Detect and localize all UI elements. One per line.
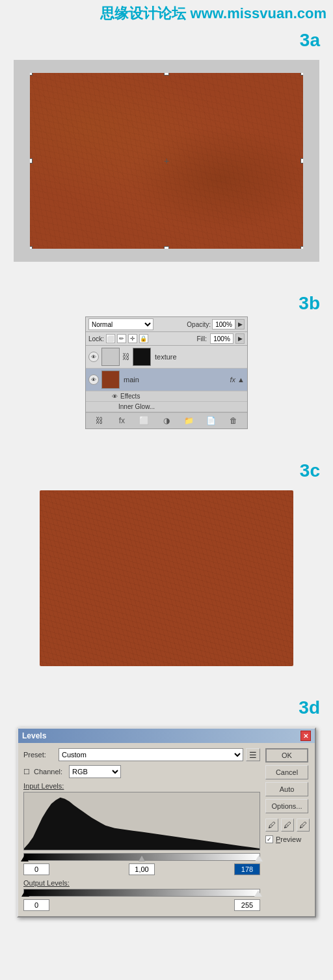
- layers-lock-bar: Lock: ⬜ ✏ ✛ 🔒 Fill: ▶: [86, 332, 247, 346]
- output-gradient-track: [23, 889, 260, 897]
- leather-section-3c: [40, 490, 293, 666]
- input-white-value[interactable]: [234, 863, 260, 875]
- layer-thumb-texture: [101, 348, 120, 366]
- levels-dialog: Levels ✕ Preset: Custom ☰ ☐ Channel:: [17, 727, 316, 917]
- handle-bl[interactable]: [30, 246, 33, 249]
- layers-section: Normal Opacity: ▶ Lock: ⬜ ✏ ✛ 🔒 Fill: ▶ …: [85, 316, 248, 429]
- eye-icon-main[interactable]: 👁: [88, 374, 99, 385]
- black-eyedropper-btn[interactable]: 🖊: [265, 819, 278, 832]
- output-values-row: [23, 899, 260, 911]
- channel-checkbox[interactable]: ☐: [23, 768, 31, 776]
- step-3d-label: 3d: [0, 692, 333, 721]
- auto-button[interactable]: Auto: [265, 782, 308, 796]
- white-eyedropper-btn[interactable]: 🖊: [297, 819, 310, 832]
- sub-effect-label: Inner Glow...: [118, 403, 155, 410]
- output-white-slider[interactable]: [254, 890, 262, 897]
- input-gradient-slider[interactable]: [23, 853, 260, 861]
- step-3a-label: 3a: [0, 25, 333, 53]
- preset-label: Preset:: [23, 751, 56, 759]
- fill-label: Fill:: [196, 335, 207, 343]
- fill-input[interactable]: [210, 333, 233, 344]
- gray-eyedropper-btn[interactable]: 🖊: [281, 819, 294, 832]
- canvas-area-3a: +: [14, 60, 319, 262]
- layer-mask-texture: [133, 348, 151, 366]
- step-3c-label: 3c: [0, 455, 333, 484]
- link-layers-btn[interactable]: ⛓: [92, 415, 107, 427]
- channel-select[interactable]: RGB: [69, 765, 121, 778]
- add-mask-btn[interactable]: ⬜: [137, 415, 152, 427]
- layer-row-texture[interactable]: 👁 ⛓ texture: [86, 346, 247, 369]
- cancel-button[interactable]: Cancel: [265, 765, 308, 779]
- preset-settings-btn[interactable]: ☰: [246, 748, 260, 761]
- preset-row: Preset: Custom ☰: [23, 748, 260, 761]
- output-black-value[interactable]: [23, 899, 49, 911]
- output-gradient-row: [23, 889, 260, 897]
- svg-marker-0: [24, 798, 260, 850]
- fill-arrow-btn[interactable]: ▶: [235, 333, 245, 344]
- input-black-value[interactable]: [23, 863, 49, 875]
- histogram-container: [23, 792, 260, 850]
- input-values-row: [23, 863, 260, 875]
- output-levels-label: Output Levels:: [23, 879, 260, 887]
- lock-icon-all[interactable]: 🔒: [139, 334, 148, 343]
- leather-cracks-3c: [40, 490, 293, 666]
- channel-row: ☐ Channel: RGB: [23, 765, 260, 778]
- preview-label: Preview: [276, 835, 301, 843]
- lock-icon-pos[interactable]: ✛: [128, 334, 137, 343]
- levels-titlebar: Levels ✕: [18, 729, 315, 743]
- levels-right: OK Cancel Auto Options... 🖊 🖊 🖊 ✓ Previe…: [265, 748, 310, 911]
- output-black-slider[interactable]: [21, 890, 29, 897]
- black-point-slider[interactable]: [21, 855, 29, 861]
- layers-mode-select[interactable]: Normal: [88, 318, 153, 330]
- levels-left: Preset: Custom ☰ ☐ Channel: RGB Input Le…: [23, 748, 260, 911]
- handle-tm[interactable]: [164, 73, 169, 76]
- layers-panel: Normal Opacity: ▶ Lock: ⬜ ✏ ✛ 🔒 Fill: ▶ …: [85, 316, 248, 429]
- effects-label: Effects: [120, 393, 140, 400]
- lock-label: Lock:: [88, 335, 104, 343]
- new-adjustment-btn[interactable]: ◑: [159, 415, 174, 427]
- layer-name-main: main: [124, 376, 139, 384]
- handle-br[interactable]: [300, 246, 303, 249]
- preview-checkbox[interactable]: ✓: [265, 835, 273, 843]
- lock-icon-draw[interactable]: ✏: [117, 334, 126, 343]
- layer-row-main[interactable]: 👁 main fx ▲: [86, 369, 247, 391]
- histogram-svg: [24, 792, 260, 850]
- input-mid-value[interactable]: [129, 863, 155, 875]
- handle-mr[interactable]: [300, 158, 303, 163]
- effects-eye-icon: 👁: [112, 393, 118, 400]
- add-style-btn[interactable]: fx: [114, 415, 129, 427]
- handle-ml[interactable]: [30, 158, 33, 163]
- layers-sub-row: Inner Glow...: [86, 402, 247, 412]
- new-layer-btn[interactable]: 📄: [204, 415, 219, 427]
- canvas-image-3a: +: [30, 73, 303, 249]
- output-white-value[interactable]: [234, 899, 260, 911]
- handle-bm[interactable]: [164, 246, 169, 249]
- eyedropper-row: 🖊 🖊 🖊: [265, 819, 310, 832]
- options-button[interactable]: Options...: [265, 799, 308, 813]
- eye-icon-texture[interactable]: 👁: [88, 352, 99, 362]
- mid-point-slider[interactable]: [139, 856, 145, 861]
- delete-layer-btn[interactable]: 🗑: [226, 415, 241, 427]
- white-point-slider[interactable]: [255, 855, 263, 861]
- layer-name-texture: texture: [155, 353, 177, 361]
- layer-chain-texture: ⛓: [122, 352, 130, 361]
- layers-effects-row: 👁 Effects: [86, 391, 247, 402]
- levels-section: Levels ✕ Preset: Custom ☰ ☐ Channel:: [17, 727, 316, 917]
- input-levels-label: Input Levels:: [23, 782, 260, 790]
- handle-tl[interactable]: [30, 73, 33, 76]
- opacity-arrow-btn[interactable]: ▶: [235, 319, 245, 329]
- watermark-text: 思缘设计论坛 www.missvuan.com: [100, 5, 326, 21]
- layers-opacity-label: Opacity:: [187, 321, 211, 328]
- handle-tr[interactable]: [300, 73, 303, 76]
- levels-close-btn[interactable]: ✕: [300, 731, 311, 741]
- watermark-bar: 思缘设计论坛 www.missvuan.com: [0, 0, 333, 25]
- layers-opacity-input[interactable]: [212, 319, 235, 329]
- lock-icon-move[interactable]: ⬜: [106, 334, 115, 343]
- step-3b-label: 3b: [0, 288, 333, 316]
- preset-select[interactable]: Custom: [59, 748, 243, 761]
- preview-row: ✓ Preview: [265, 835, 310, 843]
- new-group-btn[interactable]: 📁: [181, 415, 196, 427]
- ok-button[interactable]: OK: [265, 748, 308, 763]
- levels-body: Preset: Custom ☰ ☐ Channel: RGB Input Le…: [18, 743, 315, 916]
- crosshair: +: [161, 156, 172, 166]
